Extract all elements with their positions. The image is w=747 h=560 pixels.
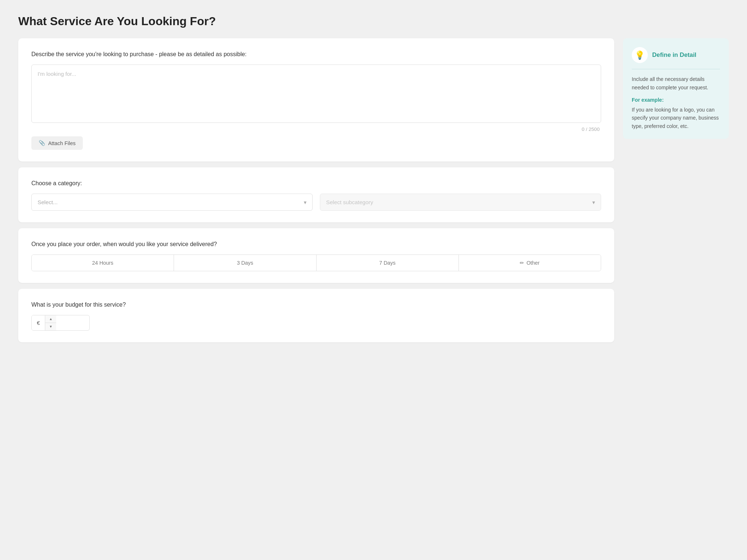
attach-files-label: Attach Files — [48, 140, 76, 146]
category-card: Choose a category: Select... ▼ Select su… — [18, 167, 614, 222]
info-card-description: Include all the necessary details needed… — [632, 75, 720, 92]
info-card-title: Define in Detail — [652, 51, 696, 59]
delivery-7days-label: 7 Days — [379, 260, 396, 266]
info-card-header: 💡 Define in Detail — [632, 47, 720, 69]
pencil-icon: ✏ — [520, 260, 524, 266]
info-card: 💡 Define in Detail Include all the neces… — [623, 38, 729, 139]
delivery-other-label: Other — [526, 260, 539, 266]
category-select-wrapper: Select... ▼ — [31, 194, 313, 211]
budget-decrement-button[interactable]: ▼ — [45, 323, 56, 330]
delivery-option-3days[interactable]: 3 Days — [174, 255, 316, 271]
description-card: Describe the service you're looking to p… — [18, 38, 614, 162]
paperclip-icon: 📎 — [39, 140, 45, 146]
lightbulb-icon-wrapper: 💡 — [632, 47, 648, 63]
delivery-options-group: 24 Hours 3 Days 7 Days ✏ Other — [31, 254, 601, 271]
info-card-body: Include all the necessary details needed… — [632, 75, 720, 130]
attach-files-button[interactable]: 📎 Attach Files — [31, 136, 83, 150]
budget-increment-button[interactable]: ▲ — [45, 315, 56, 323]
currency-symbol: € — [32, 315, 45, 330]
budget-label: What is your budget for this service? — [31, 300, 601, 309]
description-label: Describe the service you're looking to p… — [31, 50, 601, 59]
delivery-option-7days[interactable]: 7 Days — [317, 255, 459, 271]
for-example-label: For example: — [632, 96, 720, 104]
example-text: If you are looking for a logo, you can s… — [632, 106, 720, 131]
delivery-card: Once you place your order, when would yo… — [18, 228, 614, 283]
right-sidebar: 💡 Define in Detail Include all the neces… — [623, 38, 729, 139]
budget-input-wrapper: € ▲ ▼ — [31, 315, 90, 331]
delivery-3days-label: 3 Days — [237, 260, 253, 266]
subcategory-select[interactable]: Select subcategory — [320, 194, 601, 211]
char-count: 0 / 2500 — [31, 127, 601, 132]
description-textarea[interactable] — [31, 65, 601, 123]
budget-spinners: ▲ ▼ — [45, 315, 56, 330]
category-label: Choose a category: — [31, 179, 601, 188]
lightbulb-icon: 💡 — [635, 50, 645, 60]
category-select[interactable]: Select... — [31, 194, 313, 211]
subcategory-select-wrapper: Select subcategory ▼ — [320, 194, 601, 211]
delivery-label: Once you place your order, when would yo… — [31, 240, 601, 249]
budget-card: What is your budget for this service? € … — [18, 289, 614, 342]
delivery-option-24h[interactable]: 24 Hours — [32, 255, 174, 271]
delivery-24h-label: 24 Hours — [92, 260, 113, 266]
page-title: What Service Are You Looking For? — [18, 15, 729, 28]
delivery-option-other[interactable]: ✏ Other — [459, 255, 601, 271]
